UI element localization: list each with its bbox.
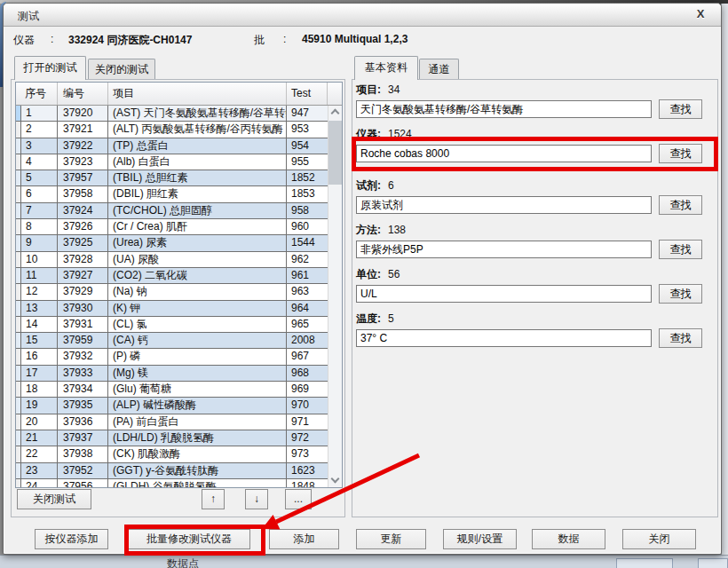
table-row[interactable]: 1137927(CO2) 二氧化碳961: [16, 268, 328, 284]
reagent-input[interactable]: [356, 196, 652, 214]
cell-item: (DBIL) 胆红素: [108, 186, 287, 202]
add-by-instrument-button[interactable]: 按仪器添加: [35, 529, 108, 549]
instrument-label: 仪器:: [356, 128, 381, 140]
unit-count: 56: [388, 268, 400, 280]
scroll-down-icon[interactable]: [328, 473, 342, 487]
table-row[interactable]: 2437956(GLDH) 谷氨酸脱氢酶1848: [16, 479, 328, 487]
table-row[interactable]: 1237929(Na) 钠963: [16, 284, 328, 300]
tab-channel[interactable]: 通道: [419, 59, 459, 80]
table-body: 137920(AST) 天门冬氨酸氨基转移酶/谷草转氨酶947237921(AL…: [16, 106, 328, 487]
table-row[interactable]: 2037936(PA) 前白蛋白971: [16, 414, 328, 430]
cell-no: 4: [21, 154, 58, 170]
table-row[interactable]: 937925(Urea) 尿素1544: [16, 235, 328, 251]
cell-code: 37956: [58, 479, 108, 487]
reagent-find-button[interactable]: 查找: [659, 195, 702, 215]
column-header-no[interactable]: 序号: [16, 83, 58, 105]
item-input[interactable]: [356, 100, 652, 118]
close-icon[interactable]: X: [692, 7, 708, 23]
instrument-find-button[interactable]: 查找: [659, 144, 702, 163]
cell-test: 954: [287, 138, 328, 154]
tab-basic-info[interactable]: 基本资料: [354, 56, 418, 80]
table-row[interactable]: 1837934(Glu) 葡萄糖969: [16, 382, 328, 398]
scroll-up-icon[interactable]: [328, 106, 342, 120]
table-row[interactable]: 2237938(CK) 肌酸激酶973: [16, 446, 328, 462]
move-up-button[interactable]: ↑: [202, 489, 225, 509]
method-input[interactable]: [356, 241, 652, 258]
tab-closed-tests[interactable]: 关闭的测试: [88, 59, 155, 80]
cell-no: 15: [21, 333, 58, 349]
cell-no: 24: [21, 479, 58, 487]
close-test-button[interactable]: 关闭测试: [17, 489, 91, 509]
update-button[interactable]: 更新: [356, 529, 426, 549]
vertical-scrollbar[interactable]: [328, 106, 342, 487]
field-temperature: 温度:5查找: [356, 312, 707, 352]
cell-item: (PA) 前白蛋白: [108, 414, 287, 430]
batch-modify-test-instrument-button[interactable]: 批量修改测试仪器: [128, 529, 250, 549]
column-header-code[interactable]: 编号: [58, 83, 108, 105]
cell-code: 37937: [58, 430, 108, 446]
instrument-colon: :: [51, 33, 53, 45]
close-button[interactable]: 关闭: [622, 529, 696, 549]
cell-test: 2008: [287, 333, 328, 349]
add-button[interactable]: 添加: [269, 529, 339, 549]
cell-test: 962: [287, 252, 328, 268]
table-row[interactable]: 737924(TC/CHOL) 总胆固醇958: [16, 203, 328, 219]
table-row[interactable]: 137920(AST) 天门冬氨酸氨基转移酶/谷草转氨酶947: [16, 106, 328, 122]
table-row[interactable]: 1737933(Mg) 镁968: [16, 366, 328, 382]
method-find-button[interactable]: 查找: [659, 240, 702, 259]
temperature-input[interactable]: [356, 329, 652, 347]
column-header-item[interactable]: 项目: [108, 83, 287, 105]
table-row[interactable]: 1537959(CA) 钙2008: [16, 333, 328, 349]
reagent-count: 6: [388, 179, 394, 192]
unit-label: 单位:: [356, 268, 381, 280]
table-row[interactable]: 537957(TBIL) 总胆红素1852: [16, 170, 328, 186]
field-reagent: 试剂:6查找: [356, 178, 707, 219]
dialog-title: 测试: [18, 9, 39, 24]
table-row[interactable]: 837926(Cr / Crea) 肌酐960: [16, 219, 328, 235]
cell-no: 19: [21, 398, 58, 414]
cell-test: 965: [287, 317, 328, 333]
tests-table: 序号 编号 项目 Test 137920(AST) 天门冬氨酸氨基转移酶/谷草转…: [15, 82, 343, 488]
unit-input[interactable]: [356, 285, 652, 303]
cell-code: 37933: [58, 366, 108, 382]
field-unit: 单位:56查找: [356, 267, 707, 308]
background-window-bottom-strip: 数据点: [0, 555, 728, 568]
cell-code: 37932: [58, 349, 108, 365]
data-button[interactable]: 数据: [532, 529, 605, 549]
table-row[interactable]: 1637932(P) 磷967: [16, 349, 328, 365]
cell-no: 18: [21, 382, 58, 398]
unit-find-button[interactable]: 查找: [659, 284, 702, 304]
cell-no: 17: [21, 366, 58, 382]
move-down-button[interactable]: ↓: [245, 489, 268, 509]
rules-settings-button[interactable]: 规则/设置: [443, 529, 517, 549]
table-row[interactable]: 1937935(ALP) 碱性磷酸酶970: [16, 398, 328, 414]
table-row[interactable]: 1437931(CL) 氯965: [16, 317, 328, 333]
table-row[interactable]: 437923(Alb) 白蛋白955: [16, 154, 328, 170]
more-button[interactable]: ...: [285, 489, 312, 509]
table-row[interactable]: 1337930(K) 钾964: [16, 301, 328, 317]
tab-open-tests[interactable]: 打开的测试: [14, 56, 86, 80]
table-row[interactable]: 2337952(GGT) y-谷氨酰转肽酶1623: [16, 463, 328, 479]
cell-code: 37938: [58, 446, 108, 462]
cell-test: 963: [287, 284, 328, 300]
batch-label: 批: [254, 33, 265, 48]
cell-no: 16: [21, 349, 58, 365]
cell-item: (TC/CHOL) 总胆固醇: [108, 203, 287, 219]
background-partial-button: [616, 558, 673, 568]
instrument-input[interactable]: [356, 145, 652, 162]
column-header-test[interactable]: Test: [287, 83, 328, 105]
temperature-count: 5: [388, 312, 394, 325]
method-count: 138: [388, 224, 406, 236]
table-header: 序号 编号 项目 Test: [16, 83, 342, 106]
table-row[interactable]: 2137937(LDH/LD) 乳酸脱氢酶972: [16, 430, 328, 446]
table-row[interactable]: 1037928(UA) 尿酸962: [16, 252, 328, 268]
cell-item: (CK) 肌酸激酶: [108, 446, 287, 462]
column-header-filler: [328, 83, 342, 105]
scrollbar-thumb[interactable]: [328, 121, 342, 185]
table-row[interactable]: 637958(DBIL) 胆红素1853: [16, 186, 328, 202]
cell-test: 968: [287, 366, 328, 382]
table-row[interactable]: 237921(ALT) 丙氨酸氨基转移酶/谷丙转氨酶953: [16, 122, 328, 138]
temperature-find-button[interactable]: 查找: [659, 328, 702, 348]
table-row[interactable]: 337922(TP) 总蛋白954: [16, 138, 328, 154]
item-find-button[interactable]: 查找: [659, 99, 702, 119]
